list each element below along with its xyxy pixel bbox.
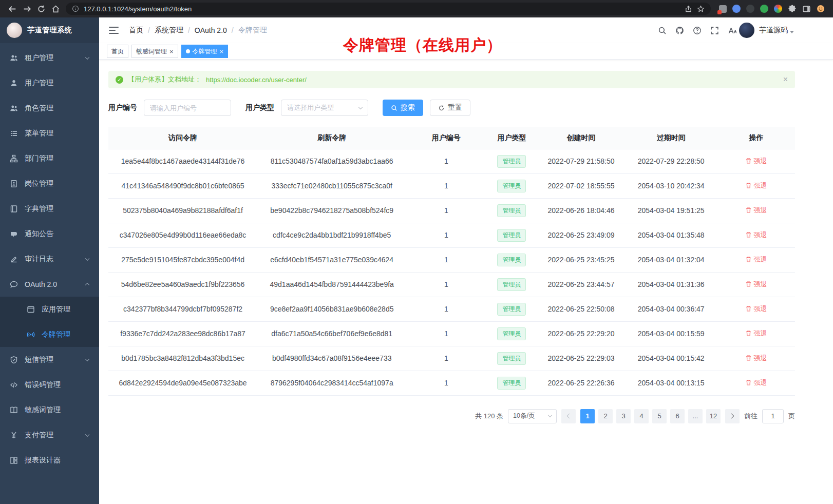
- sidebar-item-label: 敏感词管理: [25, 405, 61, 415]
- users-icon: [10, 54, 18, 62]
- collapse-sidebar-icon[interactable]: [109, 27, 119, 34]
- search-icon[interactable]: [658, 26, 667, 35]
- bookmark-star-icon[interactable]: [697, 5, 705, 13]
- trash-icon: [745, 281, 752, 287]
- sidebar-item-app-management[interactable]: 应用管理: [0, 297, 99, 322]
- question-icon[interactable]: [693, 26, 702, 35]
- sidebar-item-token-management[interactable]: 令牌管理: [0, 322, 99, 347]
- refresh-token-cell: cdfc4ce9c2da4bb1bdf21b9918ff4be5: [257, 223, 406, 247]
- github-icon[interactable]: [675, 26, 684, 35]
- prev-page-button[interactable]: [561, 409, 576, 423]
- sidebar-item-dept-management[interactable]: 部门管理: [0, 146, 99, 171]
- sidebar-item-tenant-management[interactable]: 租户管理: [0, 45, 99, 70]
- font-size-icon[interactable]: [728, 26, 736, 35]
- extension-blue-icon[interactable]: [732, 5, 741, 13]
- logo-avatar: [7, 23, 22, 38]
- total-count: 共 120 条: [475, 412, 503, 421]
- sidebar-item-sensitive-word-management[interactable]: 敏感词管理: [0, 397, 99, 422]
- alert-doc-link[interactable]: https://doc.iocoder.cn/user-center/: [206, 76, 307, 84]
- action-cell: 强退: [717, 149, 795, 173]
- sidebar-item-notice[interactable]: 通知公告: [0, 221, 99, 246]
- pager-ellipsis[interactable]: ...: [688, 409, 703, 423]
- extension-pinwheel-icon[interactable]: [774, 5, 782, 13]
- sidebar-item-error-code-management[interactable]: 错误码管理: [0, 372, 99, 397]
- chevron-down-icon: [548, 413, 552, 417]
- force-logout-button[interactable]: 强退: [745, 206, 767, 215]
- puzzle-icon[interactable]: [788, 5, 797, 13]
- pager-page-4[interactable]: 4: [634, 409, 649, 423]
- tab-sensitive-word-management[interactable]: 敏感词管理×: [131, 45, 178, 58]
- split-view-icon[interactable]: [802, 5, 811, 13]
- page-size-select[interactable]: 10条/页: [508, 409, 557, 423]
- browser-reload-button[interactable]: [34, 2, 48, 16]
- search-button[interactable]: 搜索: [383, 100, 423, 116]
- table-row: 275e5de9151045fe87cbdc395e004f4de6cfd40e…: [108, 247, 795, 272]
- breadcrumb-item[interactable]: 首页: [129, 26, 143, 35]
- force-logout-button[interactable]: 强退: [745, 304, 767, 314]
- tab-home[interactable]: 首页: [107, 45, 128, 58]
- address-bar[interactable]: 127.0.0.1:1024/system/oauth2/token: [66, 3, 711, 15]
- share-icon[interactable]: [685, 5, 692, 13]
- sidebar-item-oauth2[interactable]: OAuth 2.0: [0, 272, 99, 297]
- extension-green-icon[interactable]: [760, 5, 768, 13]
- user-id-cell: 1: [406, 247, 486, 272]
- browser-profile-avatar[interactable]: [817, 5, 825, 13]
- sidebar-item-report-designer[interactable]: 报表设计器: [0, 448, 99, 473]
- pager-page-12[interactable]: 12: [706, 409, 721, 423]
- table-row: 6d842e2924594de9a09e45e087323abe8796295f…: [108, 371, 795, 395]
- force-logout-button[interactable]: 强退: [745, 329, 767, 338]
- force-logout-button[interactable]: 强退: [745, 181, 767, 190]
- extensions-badge-icon[interactable]: [719, 5, 727, 13]
- force-logout-button[interactable]: 强退: [745, 157, 767, 166]
- user-type-cell: 管理员: [486, 223, 537, 247]
- pager-page-3[interactable]: 3: [616, 409, 631, 423]
- browser-extensions-area: [716, 5, 828, 13]
- user-name[interactable]: 芋道源码: [759, 26, 788, 35]
- pager-page-5[interactable]: 5: [652, 409, 667, 423]
- goto-suffix: 页: [788, 412, 795, 421]
- breadcrumb-item[interactable]: OAuth 2.0: [195, 26, 227, 34]
- sidebar-item-sms-management[interactable]: 短信管理: [0, 347, 99, 372]
- chevron-down-icon[interactable]: [790, 31, 794, 33]
- goto-page-input[interactable]: [762, 409, 784, 423]
- breadcrumb-item[interactable]: 系统管理: [155, 26, 183, 35]
- user-id-input[interactable]: [144, 100, 231, 116]
- force-logout-button[interactable]: 强退: [745, 354, 767, 363]
- reset-button[interactable]: 重置: [430, 100, 470, 116]
- megaphone-icon: [10, 230, 18, 238]
- sidebar-item-dict-management[interactable]: 字典管理: [0, 196, 99, 221]
- user-avatar[interactable]: [739, 23, 754, 38]
- pager-page-1[interactable]: 1: [580, 409, 595, 423]
- force-logout-button[interactable]: 强退: [745, 280, 767, 289]
- app-logo[interactable]: 芋道管理系统: [0, 17, 99, 43]
- browser-back-button[interactable]: [5, 2, 20, 16]
- site-info-icon[interactable]: [72, 5, 79, 12]
- browser-forward-button[interactable]: [20, 2, 34, 16]
- edit-icon: [10, 255, 18, 263]
- browser-home-button[interactable]: [48, 2, 63, 16]
- sidebar-item-post-management[interactable]: 岗位管理: [0, 171, 99, 196]
- user-type-select[interactable]: 请选择用户类型: [281, 100, 368, 116]
- force-logout-button[interactable]: 强退: [745, 255, 767, 264]
- chevron-down-icon: [85, 432, 89, 436]
- extension-dark-icon[interactable]: [746, 5, 754, 13]
- sidebar-item-user-management[interactable]: 用户管理: [0, 70, 99, 95]
- force-logout-button[interactable]: 强退: [745, 378, 767, 387]
- tab-close-icon[interactable]: ×: [220, 48, 224, 55]
- force-logout-button[interactable]: 强退: [745, 230, 767, 240]
- pager-page-6[interactable]: 6: [670, 409, 685, 423]
- user-type-cell: 管理员: [486, 247, 537, 272]
- alert-close-icon[interactable]: ×: [783, 75, 788, 84]
- tab-token-management[interactable]: 令牌管理×: [181, 45, 229, 58]
- user-id-label: 用户编号: [108, 103, 137, 112]
- sidebar-item-audit-log[interactable]: 审计日志: [0, 246, 99, 272]
- next-page-button[interactable]: [725, 409, 740, 423]
- sidebar-item-pay-management[interactable]: 支付管理: [0, 422, 99, 448]
- sidebar-item-label: 短信管理: [25, 355, 53, 364]
- sidebar-item-menu-management[interactable]: 菜单管理: [0, 121, 99, 146]
- fullscreen-icon[interactable]: [710, 26, 719, 35]
- sidebar-item-role-management[interactable]: 角色管理: [0, 95, 99, 121]
- table-row: 502375b8040a469a9b82188afdf6af1fbe90422b…: [108, 198, 795, 223]
- pager-page-2[interactable]: 2: [598, 409, 613, 423]
- tab-close-icon[interactable]: ×: [169, 48, 174, 55]
